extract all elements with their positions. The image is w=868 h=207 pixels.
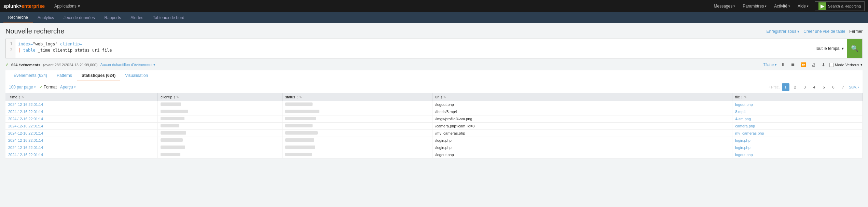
- page-6-button[interactable]: 6: [830, 83, 837, 91]
- time-link[interactable]: 2024-12-16 22:01:14: [8, 110, 43, 114]
- search-button[interactable]: 🔍: [847, 39, 862, 58]
- uri-value: /my_cameras.php: [435, 131, 465, 135]
- clientip-blurred: [161, 117, 184, 120]
- page-title-row: Nouvelle recherche Enregistrer sous ▾ Cr…: [5, 27, 863, 35]
- file-link[interactable]: camera.php: [735, 124, 755, 128]
- table-row: 2024-12-16 22:01:14/imgs/profile/4-sm.pn…: [5, 115, 863, 123]
- time-picker[interactable]: Tout le temps. ▾: [811, 39, 847, 58]
- data-table: _time ↕ ✎ clientip ↕ ✎ status ↕ ✎ uri ↕ …: [5, 93, 863, 158]
- close-button[interactable]: Fermer: [849, 29, 863, 34]
- tab-events[interactable]: Évènements (624): [9, 70, 52, 81]
- cell-time: 2024-12-16 22:01:14: [5, 101, 158, 108]
- page-3-button[interactable]: 3: [801, 83, 809, 91]
- stop-button[interactable]: ⏹: [789, 62, 797, 67]
- tab-statistics[interactable]: Statistiques (624): [77, 70, 120, 81]
- time-link[interactable]: 2024-12-16 22:01:14: [8, 117, 43, 121]
- activite-menu[interactable]: Activité ▾: [771, 0, 794, 12]
- page-1-button[interactable]: 1: [782, 83, 789, 91]
- cell-file: 4-sm.png: [732, 115, 863, 123]
- file-link[interactable]: 8.mp4: [735, 110, 746, 114]
- edit-status-icon[interactable]: ✎: [299, 95, 302, 99]
- format-button[interactable]: ✓ Format: [39, 85, 57, 89]
- file-link[interactable]: login.php: [735, 146, 750, 150]
- nav-tableaux-bord[interactable]: Tableaux de bord: [148, 12, 189, 23]
- cell-clientip: [158, 144, 282, 151]
- task-button[interactable]: Tâche ▾: [763, 63, 777, 67]
- cell-time: 2024-12-16 22:01:14: [5, 130, 158, 137]
- cell-clientip: [158, 151, 282, 158]
- tab-patterns[interactable]: Patterns: [52, 70, 77, 81]
- tabs-row: Évènements (624) Patterns Statistiques (…: [5, 70, 863, 81]
- main-content: Nouvelle recherche Enregistrer sous ▾ Cr…: [0, 23, 868, 207]
- time-link[interactable]: 2024-12-16 22:01:14: [8, 131, 43, 135]
- time-link[interactable]: 2024-12-16 22:01:14: [8, 138, 43, 142]
- save-button[interactable]: Enregistrer sous ▾: [767, 29, 800, 34]
- aide-arrow: ▾: [807, 4, 809, 8]
- nav-analytics[interactable]: Analytics: [33, 12, 59, 23]
- time-link[interactable]: 2024-12-16 22:01:14: [8, 124, 43, 128]
- status-blurred: [285, 110, 319, 113]
- applications-menu[interactable]: Applications ▾: [50, 0, 84, 12]
- file-link[interactable]: my_cameras.php: [735, 131, 764, 135]
- search-reporting-button[interactable]: ▶ Search & Reporting: [815, 1, 865, 11]
- col-header-status: status ↕ ✎: [282, 93, 432, 101]
- file-link[interactable]: 4-sm.png: [735, 117, 751, 121]
- table-row: 2024-12-16 22:01:14/login.phplogin.php: [5, 137, 863, 144]
- cell-time: 2024-12-16 22:01:14: [5, 123, 158, 130]
- page-7-button[interactable]: 7: [839, 83, 847, 91]
- forward-button[interactable]: ⏩: [799, 62, 808, 67]
- pause-button[interactable]: ⏸: [780, 62, 787, 67]
- uri-value: /logout.php: [435, 153, 454, 157]
- prev-page-button[interactable]: ‹ Préc.: [769, 85, 780, 89]
- col-header-uri: uri ↕ ✎: [432, 93, 732, 101]
- col-header-clientip: clientip ↕ ✎: [158, 93, 282, 101]
- stats-bar: ✓ 624 événements (avant 28/12/2024 13:21…: [5, 60, 863, 69]
- aide-menu[interactable]: Aide ▾: [794, 0, 812, 12]
- edit-time-icon[interactable]: ✎: [22, 95, 24, 99]
- time-link[interactable]: 2024-12-16 22:01:14: [8, 146, 43, 150]
- file-link[interactable]: login.php: [735, 138, 750, 142]
- nav-recherche[interactable]: Recherche: [3, 12, 33, 23]
- verbose-checkbox: [829, 63, 833, 67]
- time-link[interactable]: 2024-12-16 22:01:14: [8, 102, 43, 107]
- apercu-dropdown[interactable]: Aperçu ▾: [60, 85, 76, 89]
- cell-file: 8.mp4: [732, 108, 863, 115]
- next-page-button[interactable]: Suiv. ›: [849, 85, 859, 89]
- cell-clientip: [158, 137, 282, 144]
- logo-splunk: splunk>: [3, 3, 22, 9]
- search-input-area[interactable]: index="web_logs" clientip= | table _time…: [15, 39, 811, 58]
- edit-file-icon[interactable]: ✎: [744, 95, 747, 99]
- page-2-button[interactable]: 2: [791, 83, 799, 91]
- create-view-button[interactable]: Créer une vue de table: [803, 29, 845, 34]
- nav-alertes[interactable]: Alertes: [126, 12, 148, 23]
- file-link[interactable]: logout.php: [735, 102, 753, 107]
- print-button[interactable]: 🖨: [810, 62, 817, 67]
- cell-clientip: [158, 101, 282, 108]
- cell-uri: /imgs/profile/4-sm.png: [432, 115, 732, 123]
- edit-uri-icon[interactable]: ✎: [443, 95, 446, 99]
- parametres-menu[interactable]: Paramètres ▾: [739, 0, 770, 12]
- tab-visualisation[interactable]: Visualisation: [120, 70, 153, 81]
- cell-time: 2024-12-16 22:01:14: [5, 115, 158, 123]
- col-header-file: file ↕ ✎: [732, 93, 863, 101]
- cell-uri: /camera.php?cam_id=8: [432, 123, 732, 130]
- verbose-toggle[interactable]: Mode Verbeux ▾: [829, 63, 863, 67]
- sample-dropdown[interactable]: Aucun échantillon d'événement ▾: [100, 63, 156, 67]
- nav-rapports[interactable]: Rapports: [99, 12, 126, 23]
- title-actions: Enregistrer sous ▾ Créer une vue de tabl…: [767, 29, 863, 34]
- download-button[interactable]: ⬇: [820, 62, 827, 67]
- edit-clientip-icon[interactable]: ✎: [176, 95, 179, 99]
- page-5-button[interactable]: 5: [820, 83, 828, 91]
- messages-menu[interactable]: Messages ▾: [711, 0, 739, 12]
- nav-jeux-donnees[interactable]: Jeux de données: [59, 12, 99, 23]
- file-link[interactable]: logout.php: [735, 153, 753, 157]
- col-header-time: _time ↕ ✎: [5, 93, 158, 101]
- time-link[interactable]: 2024-12-16 22:01:14: [8, 153, 43, 157]
- status-blurred: [285, 146, 315, 149]
- page-4-button[interactable]: 4: [811, 83, 818, 91]
- cell-uri: /my_cameras.php: [432, 130, 732, 137]
- rows-per-page-dropdown[interactable]: 100 par page ▾: [9, 85, 36, 89]
- cell-status: [282, 123, 432, 130]
- cell-file: login.php: [732, 144, 863, 151]
- table-row: 2024-12-16 22:01:14/login.phplogin.php: [5, 144, 863, 151]
